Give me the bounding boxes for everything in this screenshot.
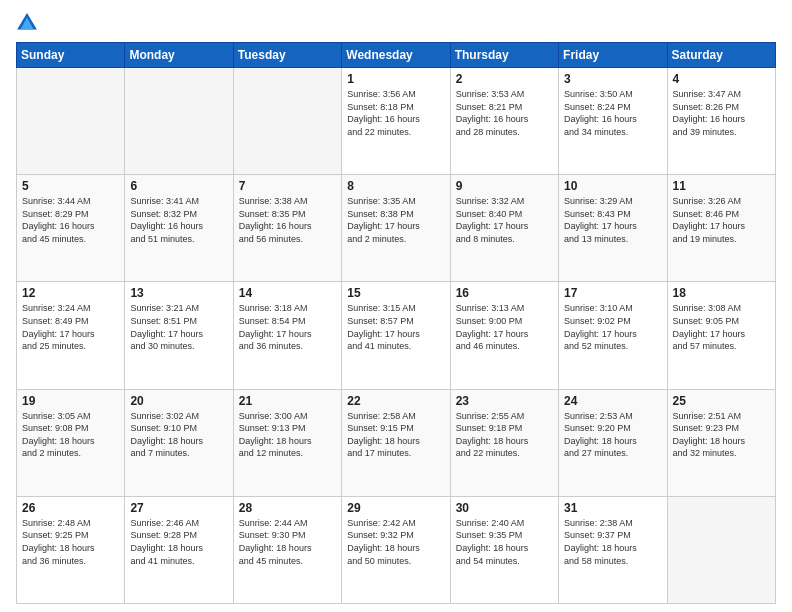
day-info: Sunrise: 3:29 AM Sunset: 8:43 PM Dayligh… xyxy=(564,195,661,245)
header-saturday: Saturday xyxy=(667,43,775,68)
day-number: 18 xyxy=(673,286,770,300)
day-info: Sunrise: 2:46 AM Sunset: 9:28 PM Dayligh… xyxy=(130,517,227,567)
calendar-cell: 14Sunrise: 3:18 AM Sunset: 8:54 PM Dayli… xyxy=(233,282,341,389)
day-number: 9 xyxy=(456,179,553,193)
calendar-cell: 26Sunrise: 2:48 AM Sunset: 9:25 PM Dayli… xyxy=(17,496,125,603)
day-info: Sunrise: 3:41 AM Sunset: 8:32 PM Dayligh… xyxy=(130,195,227,245)
day-info: Sunrise: 3:02 AM Sunset: 9:10 PM Dayligh… xyxy=(130,410,227,460)
calendar-cell: 19Sunrise: 3:05 AM Sunset: 9:08 PM Dayli… xyxy=(17,389,125,496)
day-info: Sunrise: 3:08 AM Sunset: 9:05 PM Dayligh… xyxy=(673,302,770,352)
day-number: 19 xyxy=(22,394,119,408)
day-number: 21 xyxy=(239,394,336,408)
day-info: Sunrise: 3:13 AM Sunset: 9:00 PM Dayligh… xyxy=(456,302,553,352)
day-info: Sunrise: 3:24 AM Sunset: 8:49 PM Dayligh… xyxy=(22,302,119,352)
calendar-cell: 5Sunrise: 3:44 AM Sunset: 8:29 PM Daylig… xyxy=(17,175,125,282)
calendar-cell: 25Sunrise: 2:51 AM Sunset: 9:23 PM Dayli… xyxy=(667,389,775,496)
header-thursday: Thursday xyxy=(450,43,558,68)
calendar-cell: 8Sunrise: 3:35 AM Sunset: 8:38 PM Daylig… xyxy=(342,175,450,282)
calendar-cell: 1Sunrise: 3:56 AM Sunset: 8:18 PM Daylig… xyxy=(342,68,450,175)
day-number: 20 xyxy=(130,394,227,408)
day-number: 17 xyxy=(564,286,661,300)
day-number: 27 xyxy=(130,501,227,515)
day-info: Sunrise: 3:53 AM Sunset: 8:21 PM Dayligh… xyxy=(456,88,553,138)
day-number: 29 xyxy=(347,501,444,515)
logo-icon xyxy=(16,12,38,34)
calendar-cell: 3Sunrise: 3:50 AM Sunset: 8:24 PM Daylig… xyxy=(559,68,667,175)
calendar-cell: 7Sunrise: 3:38 AM Sunset: 8:35 PM Daylig… xyxy=(233,175,341,282)
calendar-cell: 2Sunrise: 3:53 AM Sunset: 8:21 PM Daylig… xyxy=(450,68,558,175)
calendar-cell xyxy=(233,68,341,175)
day-number: 3 xyxy=(564,72,661,86)
day-info: Sunrise: 2:48 AM Sunset: 9:25 PM Dayligh… xyxy=(22,517,119,567)
calendar-cell: 9Sunrise: 3:32 AM Sunset: 8:40 PM Daylig… xyxy=(450,175,558,282)
day-info: Sunrise: 3:05 AM Sunset: 9:08 PM Dayligh… xyxy=(22,410,119,460)
day-info: Sunrise: 2:38 AM Sunset: 9:37 PM Dayligh… xyxy=(564,517,661,567)
calendar-week-3: 12Sunrise: 3:24 AM Sunset: 8:49 PM Dayli… xyxy=(17,282,776,389)
day-number: 2 xyxy=(456,72,553,86)
day-info: Sunrise: 3:00 AM Sunset: 9:13 PM Dayligh… xyxy=(239,410,336,460)
calendar-week-2: 5Sunrise: 3:44 AM Sunset: 8:29 PM Daylig… xyxy=(17,175,776,282)
calendar-table: Sunday Monday Tuesday Wednesday Thursday… xyxy=(16,42,776,604)
day-info: Sunrise: 2:42 AM Sunset: 9:32 PM Dayligh… xyxy=(347,517,444,567)
day-number: 31 xyxy=(564,501,661,515)
calendar-cell xyxy=(667,496,775,603)
calendar-cell: 17Sunrise: 3:10 AM Sunset: 9:02 PM Dayli… xyxy=(559,282,667,389)
day-info: Sunrise: 3:44 AM Sunset: 8:29 PM Dayligh… xyxy=(22,195,119,245)
day-number: 16 xyxy=(456,286,553,300)
day-number: 6 xyxy=(130,179,227,193)
day-number: 10 xyxy=(564,179,661,193)
day-number: 4 xyxy=(673,72,770,86)
calendar-cell: 4Sunrise: 3:47 AM Sunset: 8:26 PM Daylig… xyxy=(667,68,775,175)
day-info: Sunrise: 3:15 AM Sunset: 8:57 PM Dayligh… xyxy=(347,302,444,352)
calendar-cell: 6Sunrise: 3:41 AM Sunset: 8:32 PM Daylig… xyxy=(125,175,233,282)
day-number: 13 xyxy=(130,286,227,300)
calendar-cell: 18Sunrise: 3:08 AM Sunset: 9:05 PM Dayli… xyxy=(667,282,775,389)
calendar-cell: 23Sunrise: 2:55 AM Sunset: 9:18 PM Dayli… xyxy=(450,389,558,496)
day-info: Sunrise: 3:32 AM Sunset: 8:40 PM Dayligh… xyxy=(456,195,553,245)
logo xyxy=(16,12,42,34)
day-number: 14 xyxy=(239,286,336,300)
calendar-cell: 12Sunrise: 3:24 AM Sunset: 8:49 PM Dayli… xyxy=(17,282,125,389)
day-number: 24 xyxy=(564,394,661,408)
day-number: 11 xyxy=(673,179,770,193)
day-number: 30 xyxy=(456,501,553,515)
calendar-cell: 11Sunrise: 3:26 AM Sunset: 8:46 PM Dayli… xyxy=(667,175,775,282)
day-info: Sunrise: 2:51 AM Sunset: 9:23 PM Dayligh… xyxy=(673,410,770,460)
calendar-cell: 29Sunrise: 2:42 AM Sunset: 9:32 PM Dayli… xyxy=(342,496,450,603)
day-info: Sunrise: 3:47 AM Sunset: 8:26 PM Dayligh… xyxy=(673,88,770,138)
day-number: 1 xyxy=(347,72,444,86)
day-info: Sunrise: 2:58 AM Sunset: 9:15 PM Dayligh… xyxy=(347,410,444,460)
calendar-cell: 22Sunrise: 2:58 AM Sunset: 9:15 PM Dayli… xyxy=(342,389,450,496)
calendar-cell: 24Sunrise: 2:53 AM Sunset: 9:20 PM Dayli… xyxy=(559,389,667,496)
day-info: Sunrise: 3:50 AM Sunset: 8:24 PM Dayligh… xyxy=(564,88,661,138)
day-info: Sunrise: 3:38 AM Sunset: 8:35 PM Dayligh… xyxy=(239,195,336,245)
day-info: Sunrise: 3:56 AM Sunset: 8:18 PM Dayligh… xyxy=(347,88,444,138)
day-number: 5 xyxy=(22,179,119,193)
calendar-cell: 16Sunrise: 3:13 AM Sunset: 9:00 PM Dayli… xyxy=(450,282,558,389)
calendar-cell xyxy=(125,68,233,175)
calendar-cell: 13Sunrise: 3:21 AM Sunset: 8:51 PM Dayli… xyxy=(125,282,233,389)
calendar-header-row: Sunday Monday Tuesday Wednesday Thursday… xyxy=(17,43,776,68)
header xyxy=(16,12,776,34)
header-monday: Monday xyxy=(125,43,233,68)
day-info: Sunrise: 2:40 AM Sunset: 9:35 PM Dayligh… xyxy=(456,517,553,567)
header-friday: Friday xyxy=(559,43,667,68)
day-number: 26 xyxy=(22,501,119,515)
calendar-week-5: 26Sunrise: 2:48 AM Sunset: 9:25 PM Dayli… xyxy=(17,496,776,603)
day-info: Sunrise: 3:26 AM Sunset: 8:46 PM Dayligh… xyxy=(673,195,770,245)
day-info: Sunrise: 3:35 AM Sunset: 8:38 PM Dayligh… xyxy=(347,195,444,245)
day-info: Sunrise: 2:55 AM Sunset: 9:18 PM Dayligh… xyxy=(456,410,553,460)
calendar-cell: 21Sunrise: 3:00 AM Sunset: 9:13 PM Dayli… xyxy=(233,389,341,496)
header-wednesday: Wednesday xyxy=(342,43,450,68)
calendar-cell: 30Sunrise: 2:40 AM Sunset: 9:35 PM Dayli… xyxy=(450,496,558,603)
calendar-week-4: 19Sunrise: 3:05 AM Sunset: 9:08 PM Dayli… xyxy=(17,389,776,496)
day-number: 25 xyxy=(673,394,770,408)
day-number: 28 xyxy=(239,501,336,515)
calendar-cell: 10Sunrise: 3:29 AM Sunset: 8:43 PM Dayli… xyxy=(559,175,667,282)
page: Sunday Monday Tuesday Wednesday Thursday… xyxy=(0,0,792,612)
header-sunday: Sunday xyxy=(17,43,125,68)
calendar-cell: 20Sunrise: 3:02 AM Sunset: 9:10 PM Dayli… xyxy=(125,389,233,496)
day-number: 22 xyxy=(347,394,444,408)
day-info: Sunrise: 2:53 AM Sunset: 9:20 PM Dayligh… xyxy=(564,410,661,460)
day-number: 15 xyxy=(347,286,444,300)
